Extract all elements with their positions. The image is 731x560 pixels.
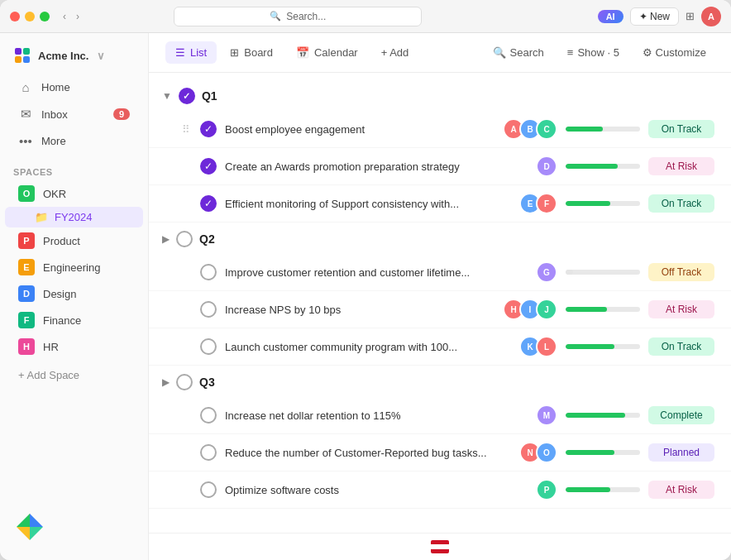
nav-arrows: ‹ › [60,9,83,24]
progress-bar [566,307,640,312]
product-icon: P [18,232,35,249]
ai-badge[interactable]: AI [598,10,624,23]
grid-icon[interactable]: ⊞ [686,10,695,22]
progress-bar [566,201,640,206]
svg-marker-8 [30,514,43,527]
q2-icon [176,231,193,247]
forward-arrow[interactable]: › [73,9,83,24]
progress-bar [566,344,640,349]
tab-board[interactable]: ⊞ Board [220,41,283,64]
sidebar-label-more: More [41,135,66,147]
status-badge: At Risk [648,300,714,318]
task-name: Create an Awards promotion preparation s… [225,160,528,173]
task-avatars: G [536,261,557,283]
task-checkbox[interactable] [200,407,217,424]
progress-fill [566,344,614,349]
q3-icon [176,374,193,390]
task-checkbox[interactable]: ✓ [200,195,217,212]
search-icon: 🔍 [493,46,506,59]
sidebar-item-home[interactable]: ⌂ Home [5,74,143,100]
svg-marker-10 [30,527,43,540]
calendar-icon: 📅 [296,46,309,59]
table-row[interactable]: ⠿ Increase net dollar retention to 115% … [149,397,731,434]
add-space-button[interactable]: + Add Space [5,363,143,387]
sidebar-item-product[interactable]: P Product [5,227,143,254]
finance-label: Finance [43,314,81,327]
new-button[interactable]: ✦ New [630,7,679,26]
search-button[interactable]: 🔍 Search [485,42,552,63]
main-layout: Acme Inc. ∨ ⌂ Home ✉ Inbox 9 ••• More S [0,33,731,560]
tab-list[interactable]: ☰ List [165,41,217,64]
task-avatars: K L [519,336,557,357]
task-checkbox[interactable] [200,481,217,498]
sidebar-item-engineering[interactable]: E Engineering [5,254,143,280]
quarter-q1-header[interactable]: ▼ ✓ Q1 [149,79,731,111]
progress-bar [566,487,640,492]
status-badge: Complete [648,406,714,424]
add-view-button[interactable]: + Add [371,41,419,64]
company-icon [13,46,31,65]
company-logo[interactable]: Acme Inc. ∨ [0,40,148,74]
quarter-q3-header[interactable]: ▶ Q3 [149,366,731,397]
search-icon: 🔍 [270,11,281,22]
toolbar: ☰ List ⊞ Board 📅 Calendar + Add 🔍 [149,33,731,73]
task-checkbox[interactable] [200,264,217,280]
table-row[interactable]: ⠿ ✓ Efficient monitoring of Support cons… [149,185,731,223]
table-row[interactable]: ⠿ Increase NPS by 10 bps H I J At Risk [149,291,731,328]
q1-icon: ✓ [179,88,195,104]
task-name: Increase NPS by 10 bps [225,304,494,316]
task-checkbox[interactable]: ✓ [200,121,217,137]
q1-label: Q1 [202,89,217,103]
task-avatars: N O [519,442,557,463]
finance-icon: F [18,312,35,328]
drag-handle-icon: ⠿ [182,123,190,136]
back-arrow[interactable]: ‹ [60,9,69,24]
task-checkbox[interactable] [200,301,217,318]
status-badge: On Track [648,337,714,356]
address-bar[interactable]: 🔍 Search... [174,7,422,26]
table-row[interactable]: ⠿ Optimize software costs P At Risk [149,471,731,509]
sidebar-item-hr[interactable]: H HR [5,333,143,360]
board-icon: ⊞ [230,46,239,59]
progress-bar [566,413,640,418]
maximize-button[interactable] [40,12,50,22]
sidebar-label-inbox: Inbox [41,108,68,121]
tab-calendar[interactable]: 📅 Calendar [286,41,368,64]
table-row[interactable]: ⠿ ✓ Create an Awards promotion preparati… [149,148,731,185]
okr-icon: O [18,185,35,202]
sidebar-item-more[interactable]: ••• More [5,128,143,154]
sidebar-label-home: Home [41,81,70,93]
svg-marker-9 [17,527,30,540]
status-badge: At Risk [648,157,714,175]
task-name: Launch customer community program with 1… [225,341,511,353]
task-checkbox[interactable] [200,338,217,355]
task-checkbox[interactable]: ✓ [200,158,217,175]
more-icon: ••• [18,134,33,148]
table-row[interactable]: ⠿ Launch customer community program with… [149,328,731,366]
sidebar-item-fy2024[interactable]: 📁 FY2024 [5,207,143,227]
task-name: Boost employee engagement [225,123,494,136]
progress-fill [566,127,603,132]
task-name: Improve customer retention and customer … [225,266,528,279]
list-content: ▼ ✓ Q1 ⠿ ✓ Boost employee engagement A B… [149,73,731,533]
sidebar-item-okr[interactable]: O OKR [5,180,143,207]
status-badge: Off Track [648,263,714,281]
table-row[interactable]: ⠿ Reduce the number of Customer-Reported… [149,434,731,471]
show-button[interactable]: ≡ Show · 5 [559,42,628,63]
customize-button[interactable]: ⚙ Customize [634,42,714,63]
brand-logo [13,510,46,543]
sidebar-item-finance[interactable]: F Finance [5,307,143,333]
close-button[interactable] [10,12,20,22]
titlebar-right: AI ✦ New ⊞ A [598,7,721,26]
sidebar-item-design[interactable]: D Design [5,280,143,307]
user-avatar[interactable]: A [701,7,721,26]
task-checkbox[interactable] [200,444,217,461]
avatar: J [536,299,557,320]
quarter-q2-header[interactable]: ▶ Q2 [149,223,731,254]
table-row[interactable]: ⠿ Improve customer retention and custome… [149,254,731,291]
minimize-button[interactable] [25,12,35,22]
sidebar: Acme Inc. ∨ ⌂ Home ✉ Inbox 9 ••• More S [0,33,149,560]
status-badge: Planned [648,443,714,462]
table-row[interactable]: ⠿ ✓ Boost employee engagement A B C On T… [149,111,731,148]
sidebar-item-inbox[interactable]: ✉ Inbox 9 [5,101,143,127]
